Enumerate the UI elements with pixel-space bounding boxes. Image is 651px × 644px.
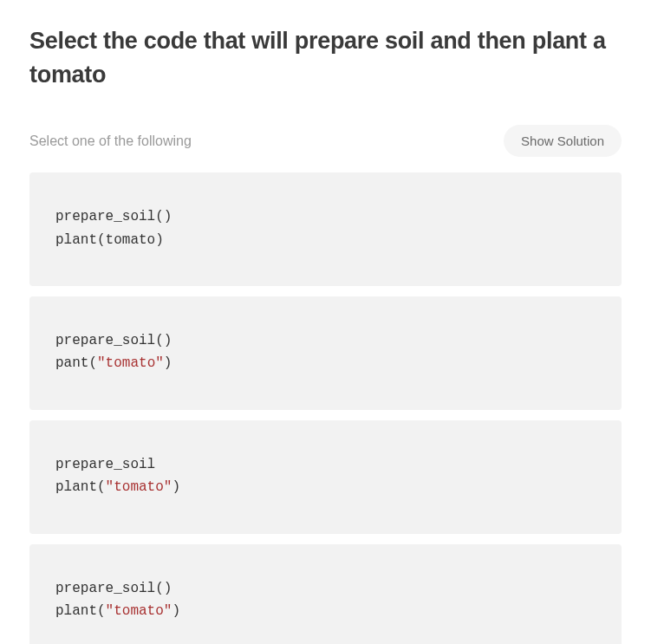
- code-string-literal: "tomato": [106, 603, 173, 619]
- code-text: prepare_soil: [55, 457, 155, 472]
- code-text: ): [164, 355, 173, 371]
- code-line: plant("tomato"): [55, 600, 596, 622]
- code-text: plant(: [55, 603, 106, 619]
- code-line: prepare_soil: [55, 453, 596, 476]
- code-line: prepare_soil(): [55, 329, 596, 352]
- quiz-card: Select the code that will prepare soil a…: [0, 0, 651, 644]
- question-title: Select the code that will prepare soil a…: [29, 24, 622, 92]
- code-text: ): [172, 479, 180, 495]
- show-solution-button[interactable]: Show Solution: [504, 125, 622, 157]
- code-text: prepare_soil(): [55, 581, 172, 596]
- code-option[interactable]: prepare_soil()plant("tomato"): [29, 544, 622, 644]
- subhead-row: Select one of the following Show Solutio…: [29, 125, 622, 157]
- code-line: prepare_soil(): [55, 577, 596, 600]
- code-option[interactable]: prepare_soil()plant(tomato): [29, 172, 622, 286]
- code-text: plant(: [55, 479, 106, 495]
- code-text: ): [172, 603, 180, 619]
- code-line: plant(tomato): [55, 229, 596, 251]
- code-option[interactable]: prepare_soil()pant("tomato"): [29, 296, 622, 410]
- instruction-text: Select one of the following: [29, 133, 192, 149]
- code-text: pant(: [55, 355, 97, 371]
- code-line: prepare_soil(): [55, 205, 596, 228]
- code-text: plant(tomato): [55, 232, 164, 248]
- code-text: prepare_soil(): [55, 209, 172, 224]
- code-option[interactable]: prepare_soilplant("tomato"): [29, 420, 622, 534]
- code-line: pant("tomato"): [55, 352, 596, 374]
- code-string-literal: "tomato": [97, 355, 164, 371]
- code-string-literal: "tomato": [106, 479, 173, 495]
- code-line: plant("tomato"): [55, 476, 596, 498]
- code-text: prepare_soil(): [55, 333, 172, 348]
- options-list: prepare_soil()plant(tomato)prepare_soil(…: [29, 172, 622, 644]
